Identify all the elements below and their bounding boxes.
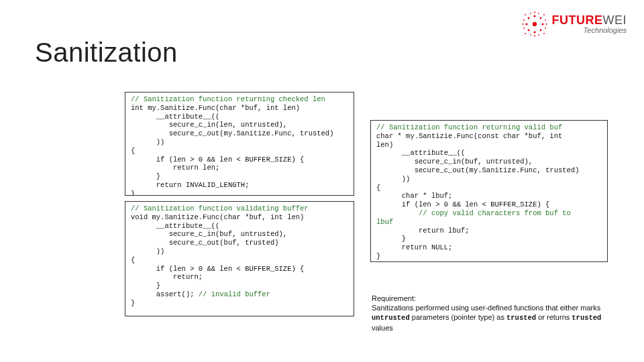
svg-point-0 [532,22,536,26]
code-line: char * my.Santizie.Func(const char *buf,… [376,132,562,140]
logo-subline: Technologies [552,27,627,34]
svg-point-13 [525,14,526,15]
slide-title: Sanitization [35,38,178,68]
code-line: } [131,172,160,180]
code-line: } [131,282,160,290]
logo-brand-bold: FUTURE [552,13,603,27]
svg-point-17 [530,13,531,14]
code-line: if (len > 0 && len < BUFFER_SIZE) { [131,156,304,164]
code-line: secure_c_in(buf, untrusted), [131,230,287,238]
code-line: secure_c_out(my.Sanitize.Func, trusted) [376,166,579,174]
svg-point-22 [545,27,546,29]
code-line: } [131,190,135,196]
svg-point-7 [527,29,529,32]
svg-point-18 [538,13,539,14]
code-line: assert(); [131,290,199,298]
code-line: void my.Sanitize.Func(char *buf, int len… [131,213,304,221]
svg-point-21 [545,19,546,21]
code-line: secure_c_out(buf, trusted) [131,239,279,247]
code-line: } [131,299,135,307]
code-line: __attribute__(( [131,113,219,121]
code-line: secure_c_in(len, untrusted), [131,121,287,129]
brand-logo: FUTUREWEI Technologies [521,11,627,38]
svg-point-10 [533,35,535,36]
svg-point-6 [539,17,541,19]
code-comment: lbuf [376,218,393,226]
logo-text: FUTUREWEI Technologies [552,14,627,34]
code-line: char * lbuf; [376,192,452,200]
code-line: )) [131,138,164,146]
requirement-block: Requirement: Sanitizations performed usi… [372,294,617,333]
code-comment: // Sanitization function returning check… [131,95,325,103]
requirement-kw: trusted [572,314,601,322]
svg-point-3 [525,23,527,25]
requirement-kw: trusted [506,314,536,322]
svg-point-15 [525,33,526,34]
code-line: __attribute__(( [131,222,219,230]
code-line: if (len > 0 && len < BUFFER_SIZE) { [131,265,304,273]
code-line: secure_c_out(my.Sanitize.Func, trusted) [131,129,333,137]
code-line: )) [376,175,410,183]
requirement-heading: Requirement: [372,294,416,302]
code-box-validate-buffer: // Sanitization function validating buff… [125,201,354,316]
code-comment: // invalid buffer [199,290,270,298]
svg-point-24 [538,34,539,36]
svg-point-5 [527,17,529,19]
svg-point-23 [530,34,531,36]
requirement-kw: untrusted [372,314,410,322]
code-line: secure_c_in(buf, untrusted), [376,158,533,166]
requirement-text: or returns [536,313,572,321]
code-box-return-buf: // Sanitization function returning valid… [370,120,608,262]
code-line: { [376,184,380,192]
svg-point-2 [533,31,535,33]
code-line: return; [131,273,203,281]
code-line: return len; [131,164,219,172]
code-line: return INVALID_LENGTH; [131,181,249,189]
logo-brand-rest: WEI [603,13,627,27]
code-line: if (len > 0 && len < BUFFER_SIZE) { [376,200,549,208]
requirement-text: parameters (pointer type) as [410,313,506,321]
code-box-return-len: // Sanitization function returning check… [125,92,354,196]
code-line: __attribute__(( [376,149,465,157]
svg-point-20 [523,27,525,29]
svg-point-16 [543,33,545,34]
code-comment: // Sanitization function returning valid… [376,123,562,131]
requirement-text: Sanitizations performed using user-defin… [372,304,600,312]
svg-point-11 [522,23,523,25]
requirement-text: values [372,324,393,332]
svg-point-4 [541,23,543,25]
svg-point-9 [533,11,535,13]
logo-burst-icon [521,11,548,38]
code-comment: // copy valid characters from buf to [376,209,571,217]
code-line: len) [376,141,393,149]
code-comment: // Sanitization function validating buff… [131,204,309,213]
svg-point-12 [545,23,547,25]
code-line: { [131,256,135,264]
code-line: int my.Sanitize.Func(char *buf, int len) [131,104,300,112]
code-line: return lbuf; [376,227,470,235]
code-line: { [131,147,135,155]
svg-point-8 [539,29,541,32]
code-line: } [376,252,380,260]
code-line: )) [131,247,164,255]
code-line: } [376,235,406,243]
code-line: return NULL; [376,243,452,251]
svg-point-1 [533,15,535,17]
svg-point-19 [523,19,525,21]
svg-point-14 [543,14,545,15]
